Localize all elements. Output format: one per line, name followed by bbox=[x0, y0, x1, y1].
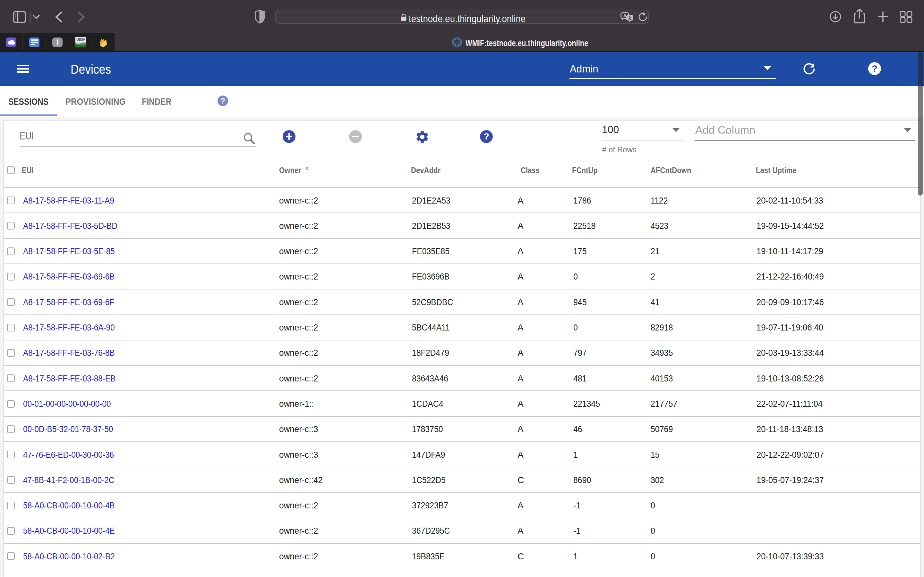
svg-text:A: A bbox=[623, 13, 626, 18]
svg-text:文: 文 bbox=[628, 16, 632, 21]
